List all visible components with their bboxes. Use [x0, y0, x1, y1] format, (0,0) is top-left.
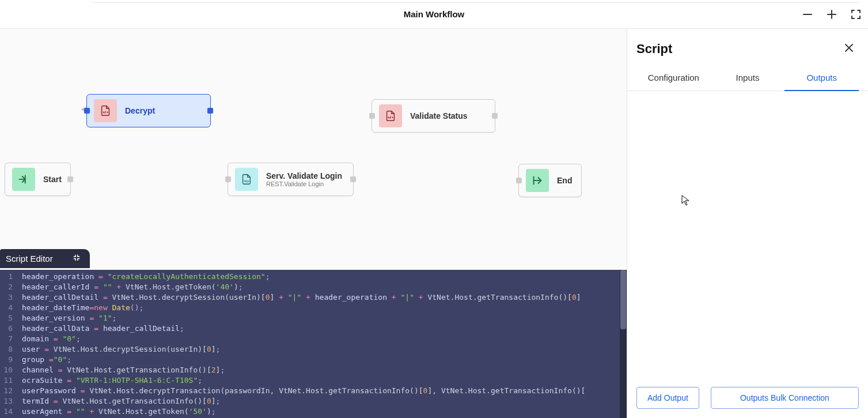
editor-titlebar[interactable]: Script Editor	[0, 249, 90, 268]
node-sublabel: REST.Validate Login	[266, 180, 342, 187]
start-icon	[12, 168, 35, 191]
node-label: Decrypt	[125, 106, 155, 115]
add-icon[interactable]	[827, 9, 837, 20]
port-out[interactable]	[67, 176, 73, 182]
panel-tabs: Configuration Inputs Outputs	[627, 65, 868, 91]
script-editor: Script Editor 1234567891011121314 header…	[0, 249, 627, 418]
node-decrypt[interactable]: Decrypt	[86, 94, 211, 127]
script-icon	[379, 104, 402, 127]
node-label: End	[557, 176, 572, 185]
port-in[interactable]	[516, 178, 522, 183]
top-toolbar: Main Workflow	[0, 0, 868, 29]
node-label: Validate Status	[410, 111, 468, 120]
properties-panel: Script Configuration Inputs Outputs Add …	[627, 29, 868, 418]
tab-configuration[interactable]: Configuration	[636, 65, 711, 91]
node-end[interactable]: End	[518, 164, 582, 197]
port-in[interactable]	[84, 108, 90, 114]
toolbar-actions	[802, 9, 861, 20]
scrollbar-thumb[interactable]	[620, 270, 626, 329]
port-out[interactable]	[207, 108, 213, 114]
node-validate-status[interactable]: Validate Status	[372, 99, 495, 133]
line-gutter: 1234567891011121314	[0, 270, 17, 418]
tab-outputs[interactable]: Outputs	[784, 65, 859, 91]
port-out[interactable]	[492, 113, 498, 119]
editor-body[interactable]: 1234567891011121314 header_operation = "…	[0, 270, 627, 418]
minimize-icon[interactable]	[802, 9, 813, 20]
add-output-button[interactable]: Add Output	[636, 387, 699, 409]
scrollbar-vertical[interactable]	[620, 270, 627, 418]
fullscreen-icon[interactable]	[851, 9, 861, 20]
port-out[interactable]	[350, 176, 356, 182]
node-label: Serv. Validate Login	[266, 171, 342, 180]
rest-icon: https	[235, 168, 258, 191]
workflow-canvas[interactable]: Start Decrypt https Serv. Validate Login…	[0, 29, 627, 418]
close-icon[interactable]	[844, 43, 854, 55]
node-label: Start	[43, 175, 62, 184]
editor-title: Script Editor	[6, 254, 53, 263]
panel-body	[627, 91, 868, 378]
port-in[interactable]	[369, 113, 375, 119]
node-start[interactable]: Start	[5, 163, 71, 196]
port-in[interactable]	[225, 176, 231, 182]
page-title: Main Workflow	[404, 9, 465, 19]
script-icon	[94, 99, 117, 122]
svg-text:https: https	[244, 180, 250, 183]
collapse-icon[interactable]	[73, 254, 81, 263]
bulk-connection-button[interactable]: Outputs Bulk Connection	[711, 387, 859, 409]
tab-inputs[interactable]: Inputs	[711, 65, 785, 91]
end-icon	[526, 169, 549, 192]
panel-title: Script	[636, 42, 672, 57]
code-area[interactable]: header_operation = "createLocallyAuthent…	[17, 270, 620, 418]
separator	[92, 2, 859, 3]
node-validate-login[interactable]: https Serv. Validate Login REST.Validate…	[228, 163, 354, 196]
panel-footer: Add Output Outputs Bulk Connection	[627, 378, 868, 418]
